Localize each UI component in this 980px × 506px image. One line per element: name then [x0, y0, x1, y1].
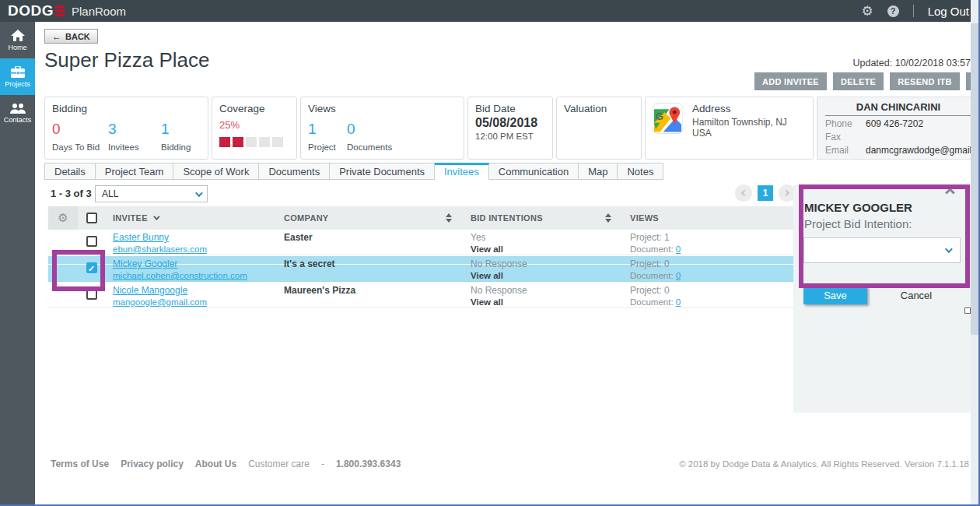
back-button-label: BACK — [65, 32, 90, 41]
document-count-link[interactable]: 0 — [676, 271, 681, 280]
invitee-filter-select[interactable]: ALL — [95, 185, 208, 202]
tab-project-team[interactable]: Project Team — [96, 163, 174, 180]
tab-map[interactable]: Map — [579, 163, 618, 180]
result-range-text: 1 - 3 of 3 — [51, 188, 92, 199]
sidebar-item-projects[interactable]: Projects — [0, 58, 35, 95]
left-sidebar: Home Projects Contacts — [0, 22, 35, 506]
about-us-link[interactable]: About Us — [195, 459, 236, 469]
contact-card: DAN CHINCARINI Phone 609 426-7202 Fax Em… — [817, 97, 980, 160]
column-header-views[interactable]: VIEWS — [622, 213, 793, 223]
column-header-invitee[interactable]: INVITEE — [105, 213, 276, 223]
save-button[interactable]: Save — [803, 286, 867, 304]
cancel-button[interactable]: Cancel — [885, 286, 947, 304]
dodge-planroom-logo: DODG PlanRoom — [8, 2, 126, 19]
document-count-link[interactable]: 0 — [676, 297, 681, 307]
bid-intention-select[interactable] — [803, 237, 961, 263]
back-arrow-icon: ← — [52, 31, 61, 42]
valuation-card: Valuation — [556, 97, 642, 160]
row-checkbox[interactable] — [78, 283, 105, 307]
select-all-checkbox[interactable] — [78, 213, 105, 223]
tab-documents[interactable]: Documents — [259, 163, 330, 180]
fax-label: Fax — [825, 132, 866, 142]
document-views-stat: 0 Documents — [347, 121, 392, 152]
google-maps-icon[interactable]: G — [653, 103, 683, 134]
help-icon[interactable]: ? — [887, 5, 899, 17]
pagination: 1 — [735, 184, 796, 202]
table-row[interactable]: Easter Bunny ebun@sharklasers.com Easter… — [48, 230, 793, 255]
sort-icon[interactable] — [605, 213, 611, 223]
company-name: Maureen's Pizza — [284, 285, 463, 296]
bid-date-value: 05/08/2018 — [475, 116, 545, 130]
resend-itb-button[interactable]: RESEND ITB — [890, 72, 960, 90]
tab-notes[interactable]: Notes — [618, 163, 663, 180]
contact-name: DAN CHINCARINI — [825, 101, 971, 116]
tab-private-documents[interactable]: Private Documents — [330, 163, 435, 180]
document-views: Document: 0 — [630, 271, 793, 280]
bid-intention-panel: MICKEY GOOGLER Project Bid Intention: Sa… — [793, 185, 971, 413]
tab-invitees[interactable]: Invitees — [435, 163, 489, 180]
invitee-name-link[interactable]: Mickey Googler — [113, 258, 276, 269]
brand-dodg-text: DODG — [8, 2, 54, 19]
page-title: Super Pizza Place — [44, 48, 209, 72]
settings-gear-icon[interactable]: ⚙ — [861, 5, 873, 18]
invitee-name-link[interactable]: Nicole Mangoogle — [113, 285, 276, 296]
back-button[interactable]: ← BACK — [44, 29, 98, 44]
delete-button[interactable]: DELETE — [833, 72, 884, 90]
bid-intention-value: No Response — [471, 258, 622, 269]
action-buttons-row: ADD INVITEE DELETE RESEND ITB SEND MESSA… — [754, 72, 971, 90]
customer-care-label: Customer care — [248, 459, 310, 469]
privacy-policy-link[interactable]: Privacy policy — [121, 459, 184, 469]
tab-communication[interactable]: Communication — [489, 163, 579, 180]
vertical-scrollbar-thumb[interactable] — [971, 23, 978, 335]
add-invitee-button[interactable]: ADD INVITEE — [754, 72, 827, 90]
document-views-label: Documents — [347, 142, 392, 152]
prev-page-button[interactable] — [735, 184, 752, 202]
document-views-value: 0 — [347, 121, 392, 138]
invitee-email-link[interactable]: mangoogle@gmail.com — [113, 297, 276, 307]
bid-time-value: 12:00 PM EST — [475, 132, 545, 141]
bid-date-card: Bid Date 05/08/2018 12:00 PM EST — [467, 97, 553, 160]
footer-links: Terms of Use Privacy policy About Us Cus… — [51, 459, 401, 469]
column-header-bid-intentions[interactable]: BID INTENTIONS — [463, 213, 622, 223]
project-views-value: 1 — [308, 121, 347, 138]
invitee-name-link[interactable]: Easter Bunny — [113, 232, 276, 243]
tab-details[interactable]: Details — [44, 163, 96, 180]
table-row-selected[interactable]: ✓ Mickey Googler michael.cohen@construct… — [48, 256, 793, 282]
table-settings-gear-icon[interactable]: ⚙ — [48, 206, 78, 230]
view-all-link[interactable]: View all — [471, 271, 622, 280]
invitee-email-link[interactable]: michael.cohen@construction.com — [113, 271, 276, 280]
document-views: Document: 0 — [630, 297, 793, 307]
phone-label: Phone — [825, 118, 866, 129]
logout-button[interactable]: Log Out — [928, 5, 969, 18]
coverage-card: Coverage 25% — [212, 97, 297, 160]
project-views: Project: 0 — [630, 258, 793, 269]
terms-of-use-link[interactable]: Terms of Use — [51, 459, 109, 469]
days-to-bid-value: 0 — [52, 121, 108, 138]
coverage-percent: 25% — [219, 119, 289, 131]
sort-icon[interactable] — [446, 213, 452, 223]
bid-intention-value: No Response — [471, 285, 622, 296]
bid-intention-value: Yes — [471, 232, 622, 243]
collapse-chevron-up-icon[interactable] — [945, 188, 955, 198]
row-checkbox[interactable] — [78, 230, 105, 255]
company-name: Easter — [284, 232, 463, 243]
table-row[interactable]: Nicole Mangoogle mangoogle@gmail.com Mau… — [48, 283, 793, 308]
bid-date-card-title: Bid Date — [475, 103, 545, 114]
column-header-company[interactable]: COMPANY — [276, 213, 463, 223]
document-views: Document: 0 — [630, 244, 793, 254]
row-checkbox-checked[interactable]: ✓ — [78, 256, 105, 281]
view-all-link[interactable]: View all — [471, 297, 622, 307]
sidebar-item-home[interactable]: Home — [0, 22, 35, 58]
top-header-bar: DODG PlanRoom ⚙ ? Log Out — [0, 0, 980, 22]
document-count-link[interactable]: 0 — [676, 244, 681, 254]
copyright-text: © 2018 by Dodge Data & Analytics. All Ri… — [679, 459, 969, 469]
views-card: Views 1 Project 0 Documents — [300, 97, 464, 160]
tab-scope-of-work[interactable]: Scope of Work — [173, 163, 259, 180]
bidding-card-title: Bidding — [52, 103, 201, 114]
sort-chevron-down-icon — [153, 213, 159, 220]
view-all-link[interactable]: View all — [471, 244, 622, 254]
sidebar-item-contacts[interactable]: Contacts — [0, 95, 35, 132]
page-number[interactable]: 1 — [758, 185, 773, 201]
invitee-email-link[interactable]: ebun@sharklasers.com — [113, 244, 276, 254]
project-views-label: Project — [308, 142, 347, 152]
